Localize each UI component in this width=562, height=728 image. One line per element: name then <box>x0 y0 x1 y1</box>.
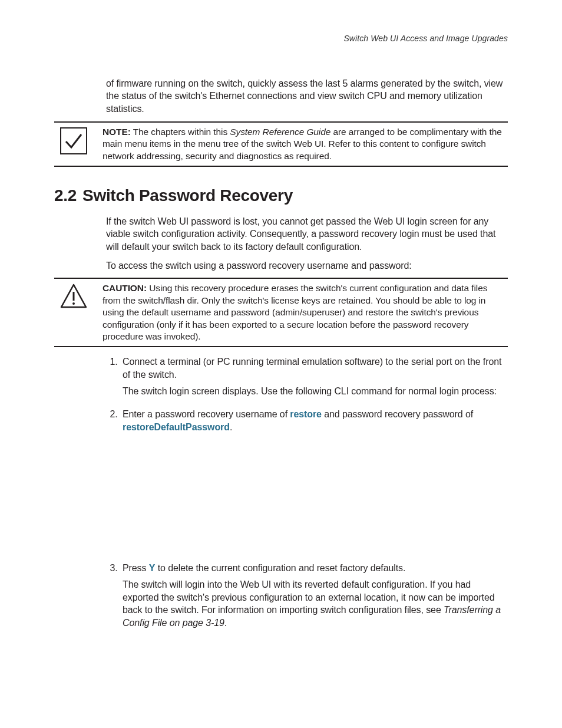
warning-triangle-icon <box>60 284 87 308</box>
step-3: Press Y to delete the current configurat… <box>120 562 508 629</box>
step-1: Connect a terminal (or PC running termin… <box>120 355 508 397</box>
caution-callout: CAUTION: Using this recovery procedure e… <box>54 278 508 347</box>
section-number: 2.2 <box>54 186 77 205</box>
step-2-mid: and password recovery password of <box>322 409 473 419</box>
restore-username: restore <box>290 409 322 419</box>
step-1b: The switch login screen displays. Use th… <box>123 385 508 398</box>
step-2: Enter a password recovery username of re… <box>120 408 508 551</box>
section-body: If the switch Web UI password is lost, y… <box>106 215 508 272</box>
section-p2: To access the switch using a password re… <box>106 259 508 272</box>
note-callout: NOTE: The chapters within this System Re… <box>54 121 508 167</box>
y-key: Y <box>149 563 156 573</box>
note-label: NOTE: <box>103 127 131 137</box>
note-italic: System Reference Guide <box>230 127 330 137</box>
step-3-post: to delete the current configuration and … <box>155 563 405 573</box>
page: Switch Web UI Access and Image Upgrades … <box>0 0 562 728</box>
running-header: Switch Web UI Access and Image Upgrades <box>54 33 508 44</box>
section-heading: 2.2Switch Password Recovery <box>54 185 508 207</box>
step-3b: The switch will login into the Web UI wi… <box>123 578 508 629</box>
note-icon-cell <box>54 126 93 154</box>
caution-text: CAUTION: Using this recovery procedure e… <box>103 282 508 342</box>
step-2-gap <box>123 433 508 551</box>
note-prefix: The chapters within this <box>131 127 230 137</box>
caution-label: CAUTION: <box>103 283 147 293</box>
step-1a: Connect a terminal (or PC running termin… <box>123 357 501 380</box>
section-title: Switch Password Recovery <box>82 186 293 205</box>
step-3b-post: . <box>224 618 227 628</box>
body-column: of firmware running on the switch, quick… <box>106 77 508 116</box>
step-2-post: . <box>230 422 232 432</box>
steps-list: Connect a terminal (or PC running termin… <box>54 355 508 629</box>
step-3b-pre: The switch will login into the Web UI wi… <box>123 579 495 615</box>
svg-point-1 <box>72 302 75 305</box>
caution-body: Using this recovery procedure erases the… <box>103 283 487 341</box>
step-3-pre: Press <box>123 563 149 573</box>
intro-paragraph: of firmware running on the switch, quick… <box>106 77 508 116</box>
checkmark-icon <box>60 127 87 154</box>
restore-password: restoreDefaultPassword <box>123 422 230 432</box>
caution-icon-cell <box>54 282 93 308</box>
note-text: NOTE: The chapters within this System Re… <box>103 126 508 162</box>
step-2-pre: Enter a password recovery username of <box>123 409 290 419</box>
section-p1: If the switch Web UI password is lost, y… <box>106 215 508 253</box>
